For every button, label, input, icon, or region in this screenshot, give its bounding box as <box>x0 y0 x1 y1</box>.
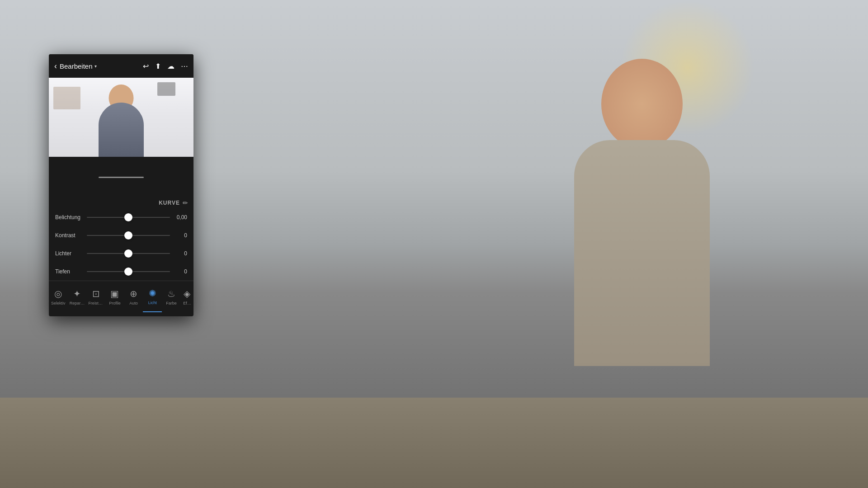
slider-value-kontrast: 0 <box>174 232 187 239</box>
kurve-text: KURVE <box>159 200 180 206</box>
selektiv-label: Selektiv <box>51 301 66 305</box>
slider-track-tiefen[interactable] <box>87 267 170 276</box>
licht-icon: ✺ <box>149 288 156 299</box>
kurve-edit-icon[interactable]: ✏ <box>183 199 188 206</box>
curve-area <box>49 157 193 197</box>
thumb[interactable] <box>124 267 132 276</box>
photo-person-body <box>99 103 144 157</box>
tool-auto[interactable]: ⊕ Auto <box>124 281 143 312</box>
farbe-icon: ♨ <box>167 288 175 299</box>
bottom-toolbar: ◎ Selektiv ✦ Reparatur ⊡ Freistellen ▣ P… <box>49 281 193 312</box>
slider-kontrast: Kontrast 0 <box>55 226 187 244</box>
slider-track-lichter[interactable] <box>87 249 170 258</box>
photo-shelf <box>53 87 80 109</box>
profile-icon: ▣ <box>110 288 119 299</box>
auto-label: Auto <box>126 301 142 305</box>
kurve-label-row: KURVE ✏ <box>49 197 193 208</box>
slider-lichter: Lichter 0 <box>55 244 187 263</box>
reparatur-icon: ✦ <box>73 288 81 299</box>
selektiv-icon: ◎ <box>54 288 62 299</box>
slider-label-tiefen: Tiefen <box>55 268 87 275</box>
more-button[interactable]: ⋯ <box>181 62 188 70</box>
phone-overlay: ‹ Bearbeiten ▾ ↩ ⬆ ☁ ⋯ KURVE ✏ <box>49 54 193 316</box>
tool-freistellen[interactable]: ⊡ Freistellen <box>86 281 105 312</box>
effekte-label: Ef… <box>183 301 192 305</box>
slider-label-lichter: Lichter <box>55 250 87 257</box>
background-person <box>506 23 778 465</box>
slider-value-tiefen: 0 <box>174 268 187 275</box>
bg-person-body <box>574 140 710 366</box>
thumb[interactable] <box>124 231 132 239</box>
tool-farbe[interactable]: ♨ Farbe <box>162 281 181 312</box>
share-button[interactable]: ⬆ <box>155 62 161 70</box>
licht-label: Licht <box>145 300 160 305</box>
freistellen-icon: ⊡ <box>92 288 100 299</box>
profile-label: Profile <box>107 301 123 305</box>
reparatur-label: Reparatur <box>70 301 85 305</box>
track <box>87 253 170 254</box>
photo-preview <box>49 78 193 157</box>
slider-label-kontrast: Kontrast <box>55 232 87 239</box>
track <box>87 271 170 272</box>
freistellen-label: Freistellen <box>88 301 104 305</box>
sliders-section: Belichtung 0,00 Kontrast 0 Lichter <box>49 208 193 281</box>
cloud-button[interactable]: ☁ <box>167 62 175 70</box>
effekte-icon: ◈ <box>184 288 190 299</box>
tool-licht[interactable]: ✺ Licht <box>143 281 162 312</box>
bg-person-head <box>601 59 683 149</box>
thumb[interactable] <box>124 213 132 221</box>
tool-selektiv[interactable]: ◎ Selektiv <box>49 281 68 312</box>
auto-icon: ⊕ <box>130 288 137 299</box>
photo-monitor <box>157 82 175 96</box>
tool-profile[interactable]: ▣ Profile <box>105 281 124 312</box>
dropdown-arrow: ▾ <box>94 64 97 69</box>
slider-value-belichtung: 0,00 <box>174 214 187 221</box>
track <box>87 217 170 218</box>
top-bar: ‹ Bearbeiten ▾ ↩ ⬆ ☁ ⋯ <box>49 54 193 78</box>
thumb[interactable] <box>124 249 132 258</box>
tool-effekte[interactable]: ◈ Ef… <box>181 281 193 312</box>
farbe-label: Farbe <box>164 301 179 305</box>
tool-reparatur[interactable]: ✦ Reparatur <box>68 281 87 312</box>
top-bar-actions: ↩ ⬆ ☁ ⋯ <box>143 62 188 70</box>
edit-title[interactable]: Bearbeiten ▾ <box>60 62 97 70</box>
slider-belichtung: Belichtung 0,00 <box>55 208 187 226</box>
slider-tiefen: Tiefen 0 <box>55 263 187 281</box>
undo-button[interactable]: ↩ <box>143 62 149 70</box>
back-button[interactable]: ‹ <box>54 61 57 71</box>
slider-label-belichtung: Belichtung <box>55 214 87 221</box>
slider-track-kontrast[interactable] <box>87 231 170 240</box>
track <box>87 235 170 236</box>
slider-track-belichtung[interactable] <box>87 213 170 222</box>
slider-value-lichter: 0 <box>174 250 187 257</box>
photo-subject <box>85 84 157 157</box>
top-bar-left: ‹ Bearbeiten ▾ <box>54 61 97 71</box>
curve-line <box>99 177 144 178</box>
